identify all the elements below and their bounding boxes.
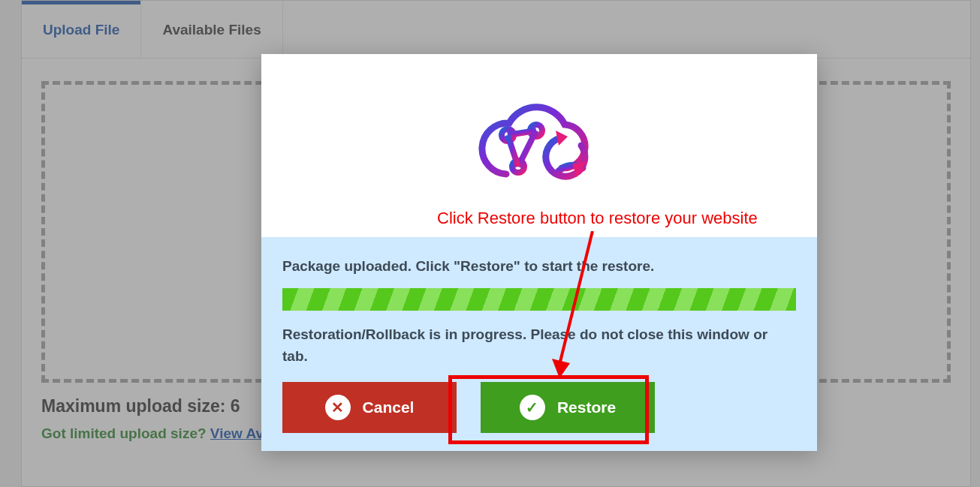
restore-button[interactable]: ✓ Restore (481, 382, 655, 433)
cancel-button-label: Cancel (363, 398, 415, 416)
modal-body: Package uploaded. Click "Restore" to sta… (261, 237, 817, 451)
modal-logo-area (261, 54, 817, 237)
restore-button-label: Restore (557, 398, 616, 416)
cancel-button[interactable]: ✕ Cancel (282, 382, 457, 433)
close-icon: ✕ (325, 395, 351, 420)
modal-buttons: ✕ Cancel ✓ Restore (282, 382, 796, 433)
cloud-sync-icon (472, 93, 607, 198)
check-icon: ✓ (520, 395, 545, 420)
uploaded-message: Package uploaded. Click "Restore" to sta… (282, 258, 796, 275)
restore-modal: Package uploaded. Click "Restore" to sta… (261, 54, 817, 451)
progress-bar (282, 288, 796, 311)
svg-marker-6 (556, 131, 568, 146)
in-progress-message: Restoration/Rollback is in progress. Ple… (282, 324, 796, 367)
